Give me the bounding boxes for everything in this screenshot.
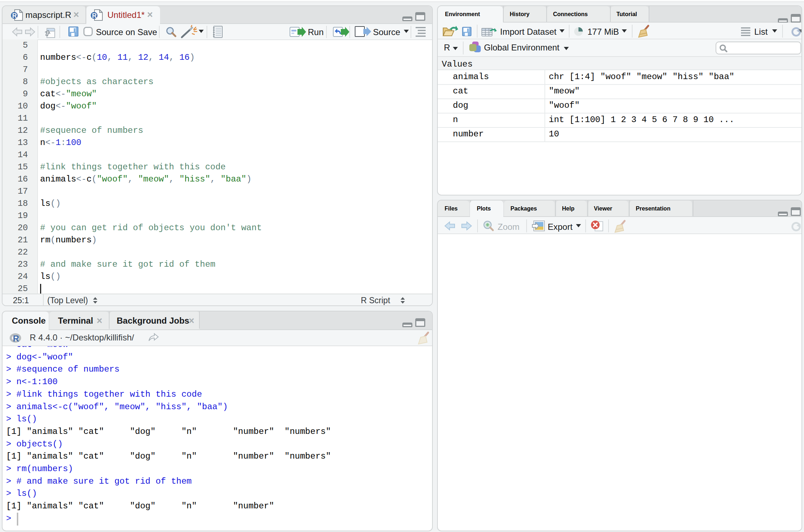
svg-text:R: R bbox=[13, 334, 19, 343]
svg-text:R: R bbox=[92, 12, 97, 19]
svg-text:R: R bbox=[12, 12, 17, 19]
